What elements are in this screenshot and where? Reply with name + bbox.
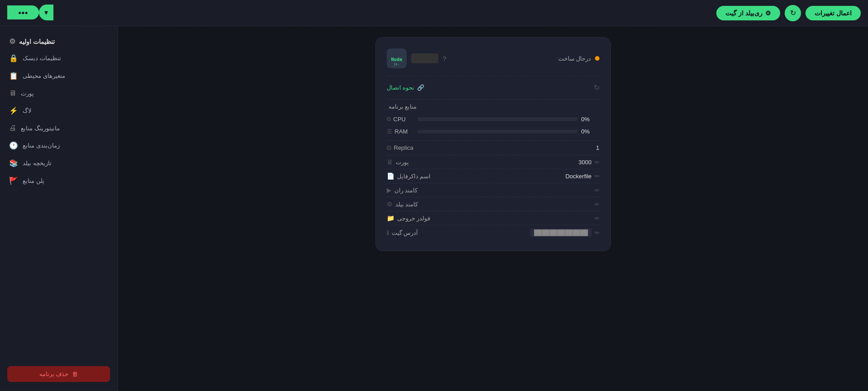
history-icon: 📚 bbox=[9, 159, 18, 167]
connection-row: ↻ 🔗 نحوه اتصال bbox=[387, 80, 599, 95]
dockerfile-label: اسم داکرفایل 📄 bbox=[387, 172, 431, 180]
sidebar-section-header: تنظیمات اولیه ⚙ bbox=[0, 33, 117, 49]
sidebar-item-ports[interactable]: پورت 🖥 bbox=[0, 85, 117, 102]
run-command-label: کامند ران ▶ bbox=[387, 186, 418, 194]
logs-icon: ⚡ bbox=[9, 106, 18, 115]
delete-app-button[interactable]: 🗑 حذف برنامه bbox=[7, 366, 110, 382]
env-icon: 📋 bbox=[9, 72, 18, 80]
port-edit-icon[interactable]: ✏ bbox=[595, 159, 599, 166]
sidebar-item-resource-schedule[interactable]: زمان‌بندی منابع 🕐 bbox=[0, 137, 117, 154]
resources-title: منابع برنامه bbox=[387, 103, 599, 110]
ram-copy-icon[interactable]: ☰ bbox=[387, 128, 392, 135]
ram-row: 0% RAM ☰ bbox=[387, 128, 599, 135]
cpu-progress-bar bbox=[417, 117, 578, 121]
port-value: ✏ 3000 bbox=[579, 159, 599, 166]
git-address-label: آدرس گیت ℹ bbox=[387, 229, 418, 236]
ram-percent-container: 0% bbox=[581, 128, 599, 135]
sidebar: تنظیمات اولیه ⚙ تنظیمات دیسک 🔒 متغیرهای … bbox=[0, 26, 118, 391]
ram-label: RAM ☰ bbox=[387, 128, 414, 135]
run-command-edit-icon[interactable]: ✏ bbox=[595, 187, 599, 194]
ram-progress-bar bbox=[417, 130, 578, 134]
refresh-button[interactable]: ↻ bbox=[785, 5, 801, 21]
git-address-value: ✏ ██████████████ bbox=[530, 229, 599, 237]
sidebar-item-disk-settings[interactable]: تنظیمات دیسک 🔒 bbox=[0, 49, 117, 67]
masked-id bbox=[411, 53, 438, 63]
connection-refresh-icon[interactable]: ↻ bbox=[594, 83, 599, 92]
help-icon[interactable]: ? bbox=[443, 55, 446, 62]
build-command-edit-icon[interactable]: ✏ bbox=[595, 201, 599, 208]
sidebar-item-build-history[interactable]: تاریخچه بیلد 📚 bbox=[0, 154, 117, 172]
sidebar-label-ports: پورت bbox=[21, 90, 34, 97]
monitor-icon: 🖨 bbox=[9, 124, 16, 132]
status-btn-container: ▾ ●●● bbox=[7, 5, 53, 20]
build-command-row: ✏ کامند بیلد ⚙ bbox=[387, 197, 599, 211]
dockerfile-edit-icon[interactable]: ✏ bbox=[595, 173, 599, 180]
app-card: درحال ساخت ? Node .js ↻ � bbox=[375, 37, 611, 251]
sidebar-label-logs: لاگ bbox=[23, 107, 31, 114]
git-address-icon: ℹ bbox=[387, 229, 389, 236]
lock-icon: 🔒 bbox=[9, 54, 18, 62]
sidebar-item-env-vars[interactable]: متغیرهای محیطی 📋 bbox=[0, 67, 117, 85]
svg-text:Node: Node bbox=[391, 57, 402, 62]
ram-percent: 0% bbox=[581, 128, 596, 135]
settings-icon: ⚙ bbox=[9, 37, 15, 46]
port-row: ✏ 3000 پورت 🖥 bbox=[387, 155, 599, 169]
status-main-button[interactable]: ●●● bbox=[7, 5, 39, 19]
delete-icon: 🗑 bbox=[72, 371, 78, 377]
sidebar-item-logs[interactable]: لاگ ⚡ bbox=[0, 102, 117, 119]
sidebar-label-env-vars: متغیرهای محیطی bbox=[23, 72, 65, 79]
output-folder-row: ✏ فولدر خروجی 📁 bbox=[387, 211, 599, 225]
sidebar-label-resource-plan: پلن منابع bbox=[23, 177, 44, 184]
sidebar-label-disk-settings: تنظیمات دیسک bbox=[23, 55, 61, 62]
dockerfile-row: ✏ Dockerfile اسم داکرفایل 📄 bbox=[387, 169, 599, 183]
sidebar-label-resource-monitor: مانیتورینگ منابع bbox=[21, 125, 60, 132]
ports-icon: 🖥 bbox=[9, 89, 16, 97]
dockerfile-value: ✏ Dockerfile bbox=[566, 173, 599, 180]
build-command-value: ✏ bbox=[595, 201, 599, 208]
build-command-label: کامند بیلد ⚙ bbox=[387, 200, 418, 208]
card-status-text: درحال ساخت bbox=[558, 55, 591, 62]
cpu-copy-icon[interactable]: ⧉ bbox=[387, 115, 391, 123]
output-folder-value: ✏ bbox=[595, 215, 599, 222]
rebuild-from-git-button[interactable]: ⚙ ری‌بیلد از گیت bbox=[716, 6, 780, 20]
nodejs-logo: Node .js bbox=[387, 48, 407, 68]
output-folder-label: فولدر خروجی 📁 bbox=[387, 215, 431, 222]
replica-label: Replica ⧉ bbox=[387, 144, 413, 152]
link-icon: 🔗 bbox=[417, 84, 424, 91]
build-command-icon: ⚙ bbox=[387, 200, 393, 208]
git-address-edit-icon[interactable]: ✏ bbox=[595, 229, 599, 236]
sidebar-item-resource-monitor[interactable]: مانیتورینگ منابع 🖨 bbox=[0, 119, 117, 137]
output-folder-edit-icon[interactable]: ✏ bbox=[595, 215, 599, 222]
connection-link[interactable]: 🔗 نحوه اتصال bbox=[387, 84, 425, 91]
status-dot bbox=[595, 56, 599, 61]
cpu-label: CPU ⧉ bbox=[387, 115, 414, 123]
card-header: درحال ساخت ? Node .js bbox=[387, 48, 599, 68]
git-address-text: ██████████████ bbox=[530, 229, 591, 237]
status-dropdown-button[interactable]: ▾ bbox=[39, 5, 53, 20]
resources-section: منابع برنامه 0% CPU ⧉ bbox=[387, 103, 599, 240]
dockerfile-icon: 📄 bbox=[387, 172, 394, 180]
sidebar-section-title: تنظیمات اولیه bbox=[19, 38, 55, 45]
replica-value: 1 bbox=[596, 144, 599, 151]
cpu-percent: 0% bbox=[581, 116, 596, 123]
schedule-icon: 🕐 bbox=[9, 141, 18, 150]
main-content: درحال ساخت ? Node .js ↻ � bbox=[118, 26, 868, 391]
status-indicator: ●●● bbox=[18, 10, 28, 16]
run-command-row: ✏ کامند ران ▶ bbox=[387, 183, 599, 197]
svg-text:.js: .js bbox=[393, 62, 399, 66]
top-toolbar: اعمال تغییرات ↻ ⚙ ری‌بیلد از گیت بازگشت … bbox=[0, 0, 868, 26]
output-folder-icon: 📁 bbox=[387, 215, 394, 222]
replica-row: 1 Replica ⧉ bbox=[387, 140, 599, 155]
main-layout: درحال ساخت ? Node .js ↻ � bbox=[0, 26, 868, 391]
sidebar-label-resource-schedule: زمان‌بندی منابع bbox=[23, 142, 60, 149]
header-divider bbox=[387, 76, 599, 76]
apply-changes-button[interactable]: اعمال تغییرات bbox=[806, 6, 861, 20]
cpu-row: 0% CPU ⧉ bbox=[387, 115, 599, 123]
toolbar-left: اعمال تغییرات ↻ ⚙ ری‌بیلد از گیت bbox=[716, 5, 861, 21]
port-label: پورت 🖥 bbox=[387, 158, 409, 166]
replica-icon: ⧉ bbox=[387, 144, 391, 152]
sidebar-item-resource-plan[interactable]: پلن منابع 🚩 bbox=[0, 172, 117, 190]
plan-icon: 🚩 bbox=[9, 176, 18, 185]
card-header-right: ? Node .js bbox=[387, 48, 446, 68]
sidebar-label-build-history: تاریخچه بیلد bbox=[23, 160, 52, 167]
